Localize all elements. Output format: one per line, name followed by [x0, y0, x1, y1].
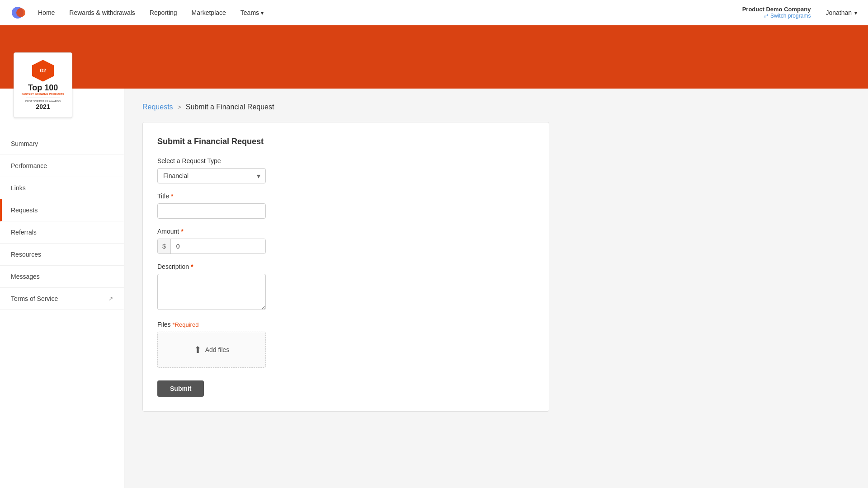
sidebar-item-label: Resources	[11, 251, 41, 258]
files-group: Files *Required ⬆ Add files	[157, 321, 534, 368]
sidebar-item-messages[interactable]: Messages	[0, 266, 124, 288]
amount-prefix: $	[158, 239, 171, 253]
add-files-label: Add files	[205, 346, 230, 353]
badge-year: 2021	[36, 103, 50, 110]
nav-home[interactable]: Home	[38, 9, 55, 16]
submit-button[interactable]: Submit	[157, 380, 204, 397]
form-card: Submit a Financial Request Select a Requ…	[142, 122, 549, 412]
sidebar-item-label: Links	[11, 184, 26, 192]
title-group: Title *	[157, 192, 534, 219]
amount-input[interactable]	[171, 239, 265, 253]
main-content: Requests > Submit a Financial Request Su…	[124, 89, 868, 488]
sidebar-item-terms[interactable]: Terms of Service ↗	[0, 288, 124, 310]
sidebar-logo-card: G2 Top 100 Fastest Growing Products BEST…	[14, 52, 72, 118]
user-chevron-icon	[854, 9, 857, 16]
sidebar-item-label: Summary	[11, 140, 38, 147]
user-menu[interactable]: Jonathan	[826, 9, 857, 16]
external-link-icon: ↗	[108, 296, 113, 302]
sidebar: G2 Top 100 Fastest Growing Products BEST…	[0, 89, 124, 488]
g2-shield: G2	[32, 60, 54, 82]
nav-marketplace[interactable]: Marketplace	[192, 9, 226, 16]
sidebar-item-label: Performance	[11, 162, 47, 169]
amount-group: Amount * $	[157, 228, 534, 254]
user-name: Jonathan	[826, 9, 852, 16]
request-type-select-wrapper: FinancialNon-Financial ▾	[157, 168, 266, 183]
title-input[interactable]	[157, 203, 266, 219]
file-upload-area[interactable]: ⬆ Add files	[157, 332, 266, 368]
breadcrumb-requests-link[interactable]: Requests	[142, 103, 173, 111]
files-label: Files *Required	[157, 321, 534, 328]
sidebar-item-performance[interactable]: Performance	[0, 155, 124, 177]
request-type-group: Select a Request Type FinancialNon-Finan…	[157, 157, 534, 183]
amount-label: Amount *	[157, 228, 534, 235]
breadcrumb: Requests > Submit a Financial Request	[142, 103, 850, 111]
request-type-label: Select a Request Type	[157, 157, 534, 164]
top-navigation: Home Rewards & withdrawals Reporting Mar…	[0, 0, 868, 25]
description-textarea[interactable]	[157, 274, 266, 310]
sidebar-item-label: Terms of Service	[11, 295, 58, 302]
nav-teams[interactable]: Teams	[241, 9, 264, 16]
sidebar-item-label: Requests	[11, 206, 38, 214]
badge-subtitle: Fastest Growing Products	[22, 93, 64, 96]
amount-required-star: *	[181, 228, 183, 235]
badge-top100: Top 100	[28, 84, 58, 92]
app-logo	[11, 5, 27, 21]
upload-icon: ⬆	[194, 344, 202, 355]
breadcrumb-separator: >	[178, 103, 181, 111]
badge-award-text: BEST SOFTWARE AWARDS	[25, 100, 61, 103]
switch-icon: ⇄	[764, 13, 769, 19]
sidebar-nav: Summary Performance Links Requests Refer…	[0, 129, 124, 310]
description-label: Description *	[157, 263, 534, 270]
nav-divider	[818, 5, 818, 20]
company-info: Product Demo Company ⇄ Switch programs	[742, 6, 811, 19]
description-group: Description *	[157, 263, 534, 312]
sidebar-item-label: Messages	[11, 273, 40, 280]
sidebar-item-summary[interactable]: Summary	[0, 133, 124, 155]
title-required-star: *	[171, 192, 173, 200]
sidebar-item-requests[interactable]: Requests	[0, 199, 124, 221]
svg-point-1	[16, 8, 25, 17]
g2-shield-text: G2	[40, 68, 46, 73]
sidebar-item-referrals[interactable]: Referrals	[0, 221, 124, 244]
form-title: Submit a Financial Request	[157, 137, 534, 146]
badge-divider	[26, 98, 60, 98]
nav-reporting[interactable]: Reporting	[150, 9, 177, 16]
switch-programs-button[interactable]: ⇄ Switch programs	[742, 13, 811, 19]
sidebar-item-resources[interactable]: Resources	[0, 244, 124, 266]
top-right-area: Product Demo Company ⇄ Switch programs J…	[742, 5, 857, 20]
breadcrumb-current: Submit a Financial Request	[186, 103, 274, 111]
sidebar-item-links[interactable]: Links	[0, 177, 124, 199]
nav-links: Home Rewards & withdrawals Reporting Mar…	[38, 9, 742, 16]
nav-rewards[interactable]: Rewards & withdrawals	[69, 9, 135, 16]
amount-input-wrapper: $	[157, 239, 266, 254]
g2-badge: G2 Top 100 Fastest Growing Products BEST…	[22, 60, 64, 111]
hero-banner	[0, 25, 868, 89]
title-label: Title *	[157, 192, 534, 200]
chevron-down-icon	[261, 9, 264, 16]
page-layout: G2 Top 100 Fastest Growing Products BEST…	[0, 89, 868, 488]
sidebar-item-label: Referrals	[11, 229, 37, 236]
files-required-text: *Required	[173, 321, 199, 328]
description-required-star: *	[191, 263, 193, 270]
company-name: Product Demo Company	[742, 6, 811, 13]
request-type-select[interactable]: FinancialNon-Financial	[157, 168, 266, 183]
